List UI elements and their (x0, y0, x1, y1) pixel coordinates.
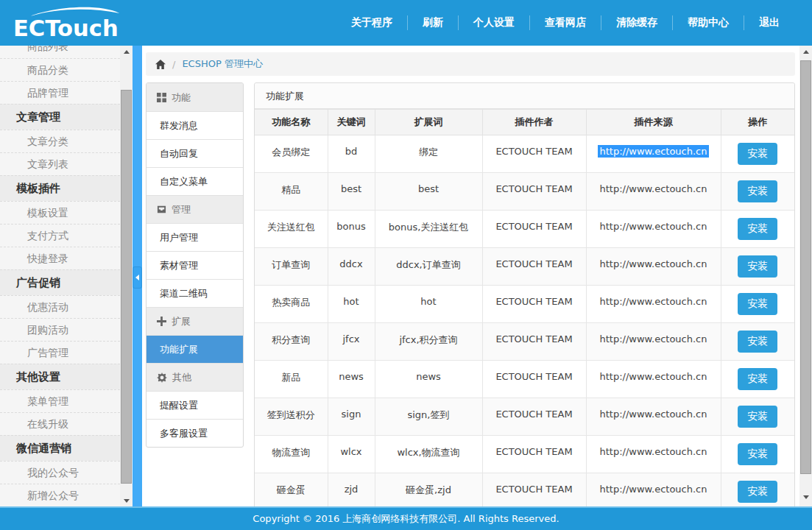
main-content: / ECSHOP 管理中心 功能群发消息自动回复自定义菜单管理用户管理素材管理渠… (142, 46, 799, 506)
table-row: 精品bestbestECTOUCH TEAMhttp://www.ectouch… (255, 173, 794, 211)
scroll-up-arrow-icon[interactable] (120, 46, 133, 57)
submenu-section-header: 功能 (146, 83, 243, 111)
plugin-source-text: http://www.ectouch.cn (599, 258, 707, 269)
page-scrollbar[interactable] (799, 46, 812, 506)
sidebar-item[interactable]: 支付方式 (0, 224, 120, 247)
sidebar-item[interactable]: 优惠活动 (0, 295, 120, 318)
install-button[interactable]: 安装 (738, 218, 777, 240)
top-menu-item[interactable]: 个人设置 (459, 13, 529, 32)
cell-plugin-name: 订单查询 (255, 248, 328, 286)
sidebar-scrollbar-thumb[interactable] (121, 90, 132, 484)
sidebar-item[interactable]: 商品列表 (0, 46, 120, 58)
sidebar-item[interactable]: 菜单管理 (0, 389, 120, 412)
cell-expansion: hot (375, 286, 482, 323)
column-header: 操作 (721, 110, 794, 135)
plugin-source-text: http://www.ectouch.cn (599, 183, 707, 194)
plugins-panel: 功能扩展 功能名称关键词扩展词插件作者插件来源操作 会员绑定bd绑定ECTOUC… (254, 82, 795, 506)
sidebar-collapse-handle[interactable] (133, 266, 142, 289)
cell-keyword: wlcx (328, 436, 375, 473)
sidebar-section-header: 文章管理 (0, 104, 120, 130)
install-button[interactable]: 安装 (738, 443, 777, 465)
cell-keyword: bd (328, 135, 375, 173)
top-menu-item[interactable]: 刷新 (408, 13, 458, 32)
sidebar-section-header: 广告促销 (0, 269, 120, 295)
sidebar-section-header: 其他设置 (0, 364, 120, 389)
breadcrumb-link[interactable]: ECSHOP 管理中心 (182, 57, 263, 71)
ectouch-logo[interactable]: ECTouch (10, 4, 127, 41)
top-menu-item[interactable]: 清除缓存 (601, 13, 672, 32)
top-menu-item[interactable]: 退出 (744, 13, 794, 32)
app-body: 商品列表商品分类品牌管理文章管理文章分类文章列表模板插件模板设置支付方式快捷登录… (0, 46, 812, 506)
install-button[interactable]: 安装 (738, 293, 777, 315)
cell-author: ECTOUCH TEAM (482, 211, 586, 248)
submenu-item[interactable]: 自定义菜单 (146, 167, 243, 195)
install-button[interactable]: 安装 (738, 406, 777, 428)
sidebar-scrollbar[interactable] (120, 46, 133, 506)
top-header-bar: ECTouch 关于程序刷新个人设置查看网店清除缓存帮助中心退出 (0, 0, 812, 46)
install-button[interactable]: 安装 (738, 368, 777, 390)
submenu-item[interactable]: 自动回复 (146, 139, 243, 167)
cell-author: ECTOUCH TEAM (482, 323, 586, 361)
sidebar-section-header: 模板插件 (0, 175, 120, 201)
submenu-item[interactable]: 素材管理 (146, 251, 243, 279)
submenu-section-header: 管理 (146, 195, 243, 223)
sidebar-item[interactable]: 广告管理 (0, 341, 120, 364)
submenu-item[interactable]: 群发消息 (146, 111, 243, 139)
sidebar-item[interactable]: 文章列表 (0, 152, 120, 175)
sidebar-item[interactable]: 团购活动 (0, 318, 120, 341)
content-body: 功能群发消息自动回复自定义菜单管理用户管理素材管理渠道二维码扩展功能扩展其他提醒… (146, 82, 795, 506)
cell-action: 安装 (721, 361, 794, 398)
cell-keyword: hot (328, 286, 375, 323)
table-row: 订单查询ddcxddcx,订单查询ECTOUCH TEAMhttp://www.… (255, 248, 794, 286)
submenu-item[interactable]: 多客服设置 (146, 419, 243, 447)
inbox-icon (157, 205, 166, 214)
scroll-up-arrow-icon[interactable] (799, 46, 812, 57)
sidebar-item[interactable]: 新增公众号 (0, 484, 120, 506)
table-row: 积分查询jfcxjfcx,积分查询ECTOUCH TEAMhttp://www.… (255, 323, 794, 361)
column-header: 功能名称 (255, 110, 328, 135)
submenu-item[interactable]: 功能扩展 (146, 335, 243, 363)
cell-expansion: news (375, 361, 482, 398)
plugin-source-text: http://www.ectouch.cn (599, 446, 707, 457)
top-menu-item[interactable]: 关于程序 (336, 13, 407, 32)
sidebar-item[interactable]: 品牌管理 (0, 81, 120, 104)
cell-keyword: best (328, 173, 375, 211)
submenu-item[interactable]: 提醒设置 (146, 391, 243, 419)
cell-expansion: best (375, 173, 482, 211)
cell-author: ECTOUCH TEAM (482, 248, 586, 286)
cell-author: ECTOUCH TEAM (482, 173, 586, 211)
submenu-item[interactable]: 渠道二维码 (146, 279, 243, 307)
cell-plugin-name: 积分查询 (255, 323, 328, 361)
submenu-item[interactable]: 用户管理 (146, 223, 243, 251)
scroll-down-arrow-icon[interactable] (799, 491, 812, 503)
install-button[interactable]: 安装 (738, 180, 777, 202)
table-row: 关注送红包bonusbonus,关注送红包ECTOUCH TEAMhttp://… (255, 211, 794, 248)
sidebar-item[interactable]: 快捷登录 (0, 247, 120, 269)
sidebar-item[interactable]: 在线升级 (0, 412, 120, 435)
scroll-down-arrow-icon[interactable] (120, 495, 133, 506)
breadcrumb: / ECSHOP 管理中心 (146, 52, 795, 76)
plugin-source-text: http://www.ectouch.cn (599, 221, 707, 232)
column-header: 插件来源 (586, 110, 721, 135)
sidebar-item[interactable]: 文章分类 (0, 130, 120, 152)
sidebar-item[interactable]: 模板设置 (0, 201, 120, 224)
install-button[interactable]: 安装 (738, 331, 777, 353)
page-scrollbar-thumb[interactable] (800, 60, 811, 474)
cell-source: http://www.ectouch.cn (586, 473, 721, 507)
install-button[interactable]: 安装 (738, 255, 777, 278)
sidebar-item[interactable]: 商品分类 (0, 58, 120, 81)
cell-keyword: sign (328, 398, 375, 436)
plugins-table: 功能名称关键词扩展词插件作者插件来源操作 会员绑定bd绑定ECTOUCH TEA… (255, 109, 794, 506)
home-icon[interactable] (155, 60, 166, 69)
column-header: 插件作者 (482, 110, 586, 135)
sidebar-item[interactable]: 我的公众号 (0, 461, 120, 484)
table-row: 砸金蛋zjd砸金蛋,zjdECTOUCH TEAMhttp://www.ecto… (255, 473, 794, 507)
install-button[interactable]: 安装 (738, 143, 777, 165)
cell-author: ECTOUCH TEAM (482, 473, 586, 507)
panel-title: 功能扩展 (255, 83, 794, 109)
cell-source: http://www.ectouch.cn (586, 361, 721, 398)
cell-source: http://www.ectouch.cn (586, 211, 721, 248)
top-menu-item[interactable]: 查看网店 (530, 13, 601, 32)
top-menu-item[interactable]: 帮助中心 (673, 13, 744, 32)
install-button[interactable]: 安装 (738, 481, 777, 503)
